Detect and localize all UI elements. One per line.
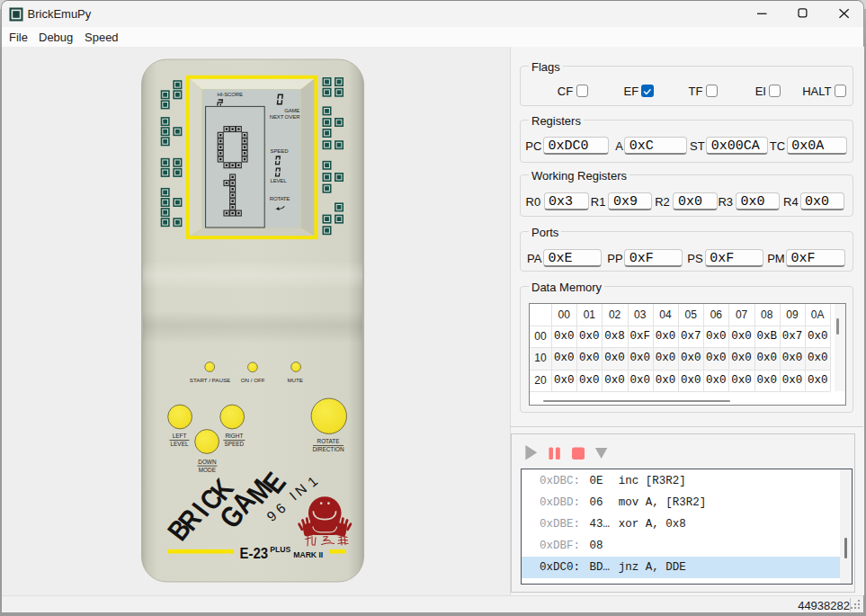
svg-text:HI-SCORE: HI-SCORE: [217, 92, 243, 97]
svg-text:START / PAUSE: START / PAUSE: [189, 377, 229, 383]
svg-text:DIRECTION: DIRECTION: [312, 446, 344, 452]
svg-text:E-23: E-23: [239, 545, 268, 561]
svg-text:ROTATE: ROTATE: [269, 196, 290, 201]
svg-text:LEVEL: LEVEL: [270, 178, 287, 183]
svg-text:MODE: MODE: [198, 467, 215, 473]
svg-text:DOWN: DOWN: [198, 459, 217, 465]
svg-text:GAME: GAME: [284, 108, 299, 113]
svg-text:OVER: OVER: [284, 114, 300, 120]
svg-text:MARK II: MARK II: [293, 550, 323, 559]
svg-text:PLUS: PLUS: [270, 545, 290, 554]
svg-text:ON / OFF: ON / OFF: [240, 377, 264, 383]
svg-text:NEXT: NEXT: [269, 114, 283, 120]
svg-text:SPEED: SPEED: [270, 148, 289, 154]
svg-text:LEVEL: LEVEL: [170, 441, 188, 447]
svg-text:MUTE: MUTE: [287, 377, 303, 383]
svg-text:RIGHT: RIGHT: [225, 433, 243, 439]
svg-text:ROTATE: ROTATE: [317, 438, 339, 444]
svg-text:SPEED: SPEED: [224, 441, 244, 447]
svg-text:LEFT: LEFT: [172, 433, 186, 439]
